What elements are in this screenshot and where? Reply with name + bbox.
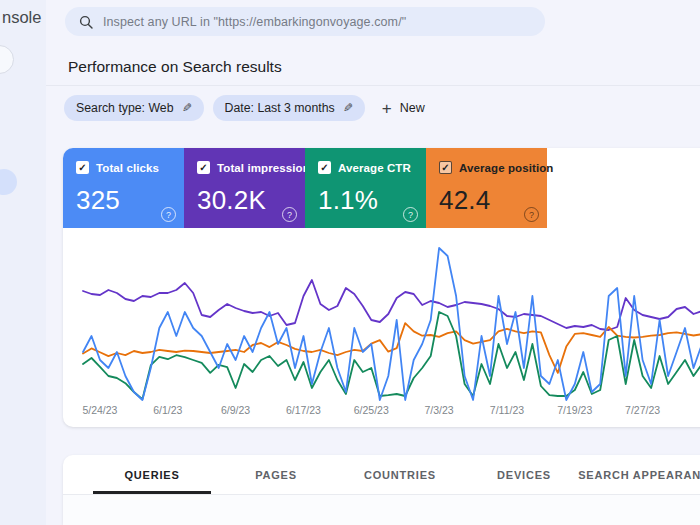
- new-filter-label: New: [400, 101, 425, 115]
- x-tick-label: 7/19/23: [545, 404, 605, 416]
- metric-value: 42.4: [439, 185, 490, 216]
- dimension-tabs: QUERIES PAGES COUNTRIES DEVICES SEARCH A…: [63, 455, 700, 495]
- help-button-partial[interactable]: [0, 45, 14, 74]
- app-title-fragment: nsole: [2, 8, 41, 27]
- tab-queries[interactable]: QUERIES: [90, 455, 214, 494]
- metric-label: Total impressions: [217, 162, 316, 174]
- x-tick-label: 7/27/23: [613, 404, 673, 416]
- tab-search-appearance[interactable]: SEARCH APPEARANCE: [586, 455, 700, 494]
- metric-card-average-ctr[interactable]: ✓ Average CTR 1.1% ?: [305, 148, 426, 228]
- tab-devices[interactable]: DEVICES: [462, 455, 586, 494]
- metric-header: ✓ Total clicks: [63, 148, 184, 174]
- metric-label: Average CTR: [338, 162, 411, 174]
- edit-pencil-icon[interactable]: ✎: [343, 101, 353, 115]
- help-icon[interactable]: ?: [161, 207, 176, 222]
- metric-header: ✓ Total impressions: [184, 148, 305, 174]
- help-icon[interactable]: ?: [403, 207, 418, 222]
- filter-bar: Search type: Web ✎ Date: Last 3 months ✎…: [64, 95, 425, 121]
- metric-header: ✓ Average position: [426, 148, 547, 174]
- header-divider: [46, 85, 700, 86]
- metric-checkbox[interactable]: ✓: [318, 161, 331, 174]
- app-sidebar-sliver: nsole: [0, 0, 46, 525]
- metric-checkbox[interactable]: ✓: [439, 161, 452, 174]
- plus-icon: +: [382, 100, 392, 117]
- check-icon: ✓: [199, 163, 207, 173]
- check-icon: ✓: [78, 163, 86, 173]
- performance-line-chart[interactable]: [83, 236, 700, 400]
- metric-header: ✓ Average CTR: [305, 148, 426, 174]
- x-tick-label: 7/3/23: [409, 404, 469, 416]
- metric-value: 30.2K: [197, 185, 266, 216]
- metric-card-total-clicks[interactable]: ✓ Total clicks 325 ?: [63, 148, 184, 228]
- metric-tiles: ✓ Total clicks 325 ? ✓ Total impressions…: [63, 148, 700, 228]
- performance-card: ✓ Total clicks 325 ? ✓ Total impressions…: [63, 148, 700, 427]
- x-tick-label: 6/9/23: [206, 404, 266, 416]
- sidebar-avatar-partial: [0, 169, 17, 195]
- edit-pencil-icon[interactable]: ✎: [182, 101, 192, 115]
- page-title: Performance on Search results: [68, 58, 282, 76]
- dimensions-card: QUERIES PAGES COUNTRIES DEVICES SEARCH A…: [63, 455, 700, 525]
- metric-checkbox[interactable]: ✓: [197, 161, 210, 174]
- filter-chip-label: Search type: Web: [76, 101, 174, 115]
- tab-countries[interactable]: COUNTRIES: [338, 455, 462, 494]
- metric-card-average-position[interactable]: ✓ Average position 42.4 ?: [426, 148, 547, 228]
- metric-label: Average position: [459, 162, 553, 174]
- metric-card-total-impressions[interactable]: ✓ Total impressions 30.2K ?: [184, 148, 305, 228]
- search-placeholder: Inspect any URL in "https://embarkingonv…: [103, 15, 406, 29]
- series-clicks-line: [83, 248, 700, 400]
- metric-value: 325: [76, 185, 120, 216]
- filter-chip-label: Date: Last 3 months: [225, 101, 335, 115]
- search-console-performance-page: nsole Inspect any URL in "https://embark…: [0, 0, 700, 525]
- help-icon[interactable]: ?: [282, 207, 297, 222]
- x-tick-label: 6/25/23: [341, 404, 401, 416]
- new-filter-button[interactable]: + New: [382, 100, 425, 117]
- x-tick-label: 6/17/23: [273, 404, 333, 416]
- search-icon: [79, 15, 93, 29]
- filter-chip-date[interactable]: Date: Last 3 months ✎: [213, 95, 365, 121]
- x-tick-label: 7/11/23: [477, 404, 537, 416]
- tab-pages[interactable]: PAGES: [214, 455, 338, 494]
- filter-chip-search-type[interactable]: Search type: Web ✎: [64, 95, 204, 121]
- table-header-area: [63, 495, 700, 525]
- check-icon: ✓: [320, 163, 328, 173]
- metric-label: Total clicks: [96, 162, 159, 174]
- url-inspect-searchbar[interactable]: Inspect any URL in "https://embarkingonv…: [65, 7, 545, 36]
- help-icon[interactable]: ?: [524, 207, 539, 222]
- x-tick-label: 5/24/23: [70, 404, 130, 416]
- metric-checkbox[interactable]: ✓: [76, 161, 89, 174]
- check-icon: ✓: [441, 163, 449, 173]
- x-tick-label: 6/1/23: [138, 404, 198, 416]
- metric-value: 1.1%: [318, 185, 378, 216]
